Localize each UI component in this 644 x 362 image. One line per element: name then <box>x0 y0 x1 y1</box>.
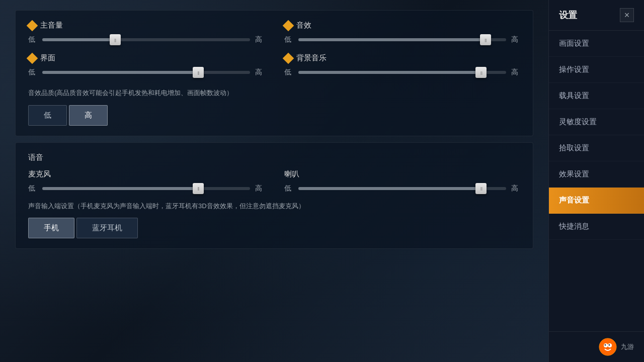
ui-volume-group: 界面 低 高 <box>28 53 264 77</box>
volume-section: 主音量 低 高 音效 低 <box>15 10 533 136</box>
master-volume-icon <box>27 20 38 31</box>
sound-effect-group: 音效 低 高 <box>284 21 520 44</box>
sidebar-menu: 画面设置操作设置载具设置灵敏度设置拾取设置效果设置声音设置快捷消息 <box>549 31 644 331</box>
sidebar-item-sensitivity[interactable]: 灵敏度设置 <box>549 109 644 135</box>
close-button[interactable]: × <box>620 8 634 22</box>
ui-volume-min: 低 <box>28 68 37 77</box>
speaker-label: 喇叭 <box>284 169 299 179</box>
svg-point-0 <box>599 338 616 355</box>
master-volume-thumb[interactable] <box>110 34 121 45</box>
mic-track[interactable] <box>42 187 250 190</box>
sidebar-item-pickup[interactable]: 拾取设置 <box>549 135 644 161</box>
sidebar-item-shortcut[interactable]: 快捷消息 <box>549 214 644 240</box>
mic-speaker-grid: 麦克风 低 高 喇叭 低 <box>28 169 520 193</box>
sound-effect-icon <box>283 20 294 31</box>
bg-music-track[interactable] <box>298 71 506 74</box>
master-volume-max: 高 <box>255 35 264 44</box>
sidebar-header: 设置 × <box>549 0 644 31</box>
phone-button[interactable]: 手机 <box>28 218 74 238</box>
speaker-thumb[interactable] <box>475 183 487 194</box>
ui-volume-label: 界面 <box>40 53 55 63</box>
microphone-label: 麦克风 <box>28 169 51 179</box>
sidebar-item-sound[interactable]: 声音设置 <box>549 188 644 214</box>
sound-effect-min: 低 <box>284 35 293 44</box>
speaker-min: 低 <box>284 184 293 193</box>
quality-btn-group: 低 高 <box>28 105 520 126</box>
sidebar-item-vehicle[interactable]: 载具设置 <box>549 83 644 109</box>
sidebar-item-screen[interactable]: 画面设置 <box>549 31 644 57</box>
sidebar-item-control[interactable]: 操作设置 <box>549 57 644 83</box>
jiuyou-logo-icon <box>599 338 617 356</box>
sound-effect-max: 高 <box>511 35 520 44</box>
bg-music-icon <box>283 52 294 64</box>
master-volume-min: 低 <box>28 35 37 44</box>
mic-min: 低 <box>28 184 37 193</box>
bg-music-thumb[interactable] <box>475 67 487 78</box>
bg-music-min: 低 <box>284 68 293 77</box>
svg-point-3 <box>605 344 606 346</box>
sidebar-footer: 九游 <box>549 331 644 362</box>
ui-volume-thumb[interactable] <box>193 67 204 78</box>
ui-volume-track[interactable] <box>42 71 250 74</box>
voice-section: 语音 麦克风 低 高 喇叭 <box>15 142 533 249</box>
sidebar-title: 设置 <box>559 9 577 21</box>
volume-slider-grid: 主音量 低 高 音效 低 <box>28 21 520 77</box>
sound-effect-thumb[interactable] <box>480 34 491 45</box>
sidebar-item-effect[interactable]: 效果设置 <box>549 161 644 188</box>
input-device-note: 声音输入端设置（手机麦克风为声音输入端时，蓝牙耳机有3D音效效果，但注意勿遮挡麦… <box>28 201 520 211</box>
quality-section: 音效品质(高品质音效可能会引起手机发热和耗电增加、画面帧数波动） 低 高 <box>28 88 520 126</box>
main-content: 主音量 低 高 音效 低 <box>0 0 548 362</box>
bg-music-group: 背景音乐 低 高 <box>284 53 520 77</box>
ui-volume-icon <box>27 52 38 64</box>
speaker-group: 喇叭 低 高 <box>284 169 520 193</box>
mic-max: 高 <box>255 184 264 193</box>
svg-point-4 <box>609 344 610 346</box>
speaker-track[interactable] <box>298 187 506 190</box>
quality-high-button[interactable]: 高 <box>69 105 108 126</box>
input-device-btn-group: 手机 蓝牙耳机 <box>28 218 520 238</box>
sound-effect-label: 音效 <box>296 21 311 30</box>
bg-music-max: 高 <box>511 68 520 77</box>
voice-title: 语音 <box>28 153 520 162</box>
master-volume-label: 主音量 <box>40 21 63 30</box>
mic-thumb[interactable] <box>193 183 204 194</box>
master-volume-track[interactable] <box>42 38 250 41</box>
bg-music-label: 背景音乐 <box>296 53 327 63</box>
bluetooth-button[interactable]: 蓝牙耳机 <box>76 218 138 238</box>
speaker-max: 高 <box>511 184 520 193</box>
master-volume-group: 主音量 低 高 <box>28 21 264 44</box>
sound-effect-track[interactable] <box>298 38 506 41</box>
ui-volume-max: 高 <box>255 68 264 77</box>
quality-low-button[interactable]: 低 <box>28 105 67 126</box>
jiuyou-logo-text: 九游 <box>621 342 634 351</box>
quality-note: 音效品质(高品质音效可能会引起手机发热和耗电增加、画面帧数波动） <box>28 88 520 98</box>
sidebar: 设置 × 画面设置操作设置载具设置灵敏度设置拾取设置效果设置声音设置快捷消息 九… <box>548 0 644 362</box>
microphone-group: 麦克风 低 高 <box>28 169 264 193</box>
